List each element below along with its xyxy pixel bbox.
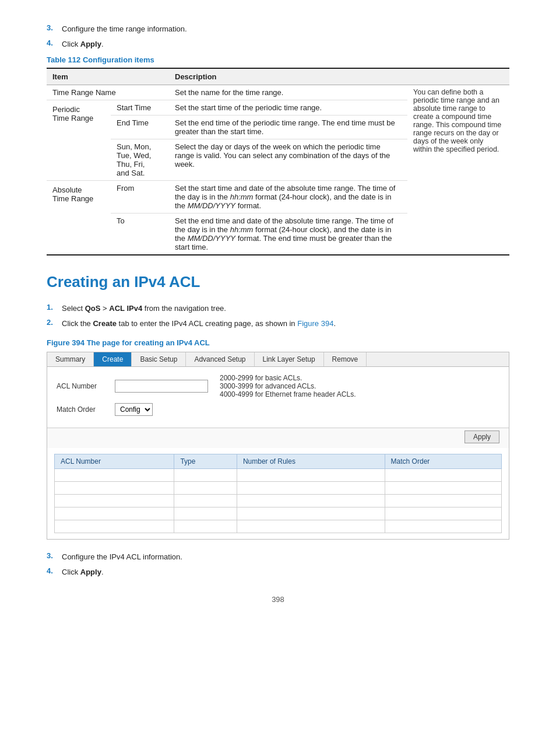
cell-item-time-range-name: Time Range Name [47, 85, 169, 100]
step-top-2: 4. Click Apply. [47, 38, 509, 50]
form-area: ACL Number 2000-2999 for basic ACLs. 300… [47, 367, 509, 428]
cell-sub-from: From [111, 181, 169, 214]
cell-sub-days: Sun, Mon,Tue, Wed,Thu, Fri,and Sat. [111, 139, 169, 181]
col-header-item2 [111, 68, 169, 85]
cell-sub-to: To [111, 214, 169, 256]
step-text-4a: Click Apply. [62, 38, 104, 50]
step-text-1: Select QoS > ACL IPv4 from the navigatio… [62, 303, 226, 314]
tab-summary[interactable]: Summary [47, 352, 94, 366]
ui-mockup-figure394: Summary Create Basic Setup Advanced Setu… [47, 352, 509, 540]
step-top-1: 3. Configure the time range information. [47, 23, 509, 35]
steps-top-list: 3. Configure the time range information.… [47, 23, 509, 50]
cell-desc-to: Set the end time and date of the absolut… [169, 214, 407, 256]
step-text-4b: Click Apply. [62, 566, 104, 578]
step-text-2: Click the Create tab to enter the IPv4 A… [62, 318, 336, 330]
figure-394-label: Figure 394 The page for creating an IPv4… [47, 338, 509, 347]
step-num-4b: 4. [47, 566, 57, 578]
match-order-select[interactable]: Config Auto [115, 403, 153, 416]
match-order-label: Match Order [57, 405, 109, 414]
acl-number-hint: 2000-2999 for basic ACLs. 3000-3999 for … [220, 374, 356, 398]
tab-create[interactable]: Create [94, 352, 132, 366]
cell-sub-start-time: Start Time [111, 100, 169, 116]
tab-bar: Summary Create Basic Setup Advanced Setu… [47, 352, 509, 367]
cell-desc-start-time: Set the start time of the periodic time … [169, 100, 407, 116]
form-row-match-order: Match Order Config Auto [57, 403, 499, 416]
col-header-item: Item [47, 68, 111, 85]
cell-periodic-label: PeriodicTime Range [47, 100, 111, 181]
tab-basic-setup[interactable]: Basic Setup [132, 352, 186, 366]
table-112-title: Table 112 Configuration items [47, 55, 509, 64]
acl-number-input[interactable] [115, 380, 208, 393]
table-row-empty-2 [55, 482, 502, 495]
results-col-acl-number: ACL Number [55, 454, 174, 469]
col-header-note [407, 68, 509, 85]
results-table-wrapper: ACL Number Type Number of Rules Match Or… [47, 448, 509, 539]
table-row-time-range-name: Time Range Name Set the name for the tim… [47, 85, 509, 100]
step-num-4a: 4. [47, 38, 57, 50]
step-bottom-3: 3. Configure the IPv4 ACL information. [47, 551, 509, 563]
step-bottom-4: 4. Click Apply. [47, 566, 509, 578]
apply-button[interactable]: Apply [464, 430, 499, 443]
table-row-empty-5 [55, 520, 502, 533]
tab-link-layer-setup[interactable]: Link Layer Setup [255, 352, 324, 366]
step-middle-1: 1. Select QoS > ACL IPv4 from the naviga… [47, 303, 509, 314]
results-col-match-order: Match Order [385, 454, 501, 469]
step-num-3b: 3. [47, 551, 57, 563]
cell-desc-from: Set the start time and date of the absol… [169, 181, 407, 214]
steps-bottom-list: 3. Configure the IPv4 ACL information. 4… [47, 551, 509, 578]
table-row-empty-4 [55, 508, 502, 520]
tab-remove[interactable]: Remove [324, 352, 367, 366]
form-row-acl-number: ACL Number 2000-2999 for basic ACLs. 300… [57, 374, 499, 398]
config-table-112: Item Description Time Range Name Set the… [47, 68, 509, 256]
apply-row: Apply [47, 428, 509, 448]
cell-sub-end-time: End Time [111, 116, 169, 139]
acl-number-label: ACL Number [57, 382, 109, 390]
results-col-number-of-rules: Number of Rules [237, 454, 385, 469]
cell-desc-end-time: Set the end time of the periodic time ra… [169, 116, 407, 139]
steps-middle-list: 1. Select QoS > ACL IPv4 from the naviga… [47, 303, 509, 329]
results-col-type: Type [174, 454, 237, 469]
tab-advanced-setup[interactable]: Advanced Setup [186, 352, 254, 366]
step-text-3b: Configure the IPv4 ACL information. [62, 551, 182, 563]
table-row-empty-3 [55, 495, 502, 508]
step-text-3: Configure the time range information. [62, 23, 187, 35]
cell-desc-days: Select the day or days of the week on wh… [169, 139, 407, 181]
page-number: 398 [47, 595, 509, 604]
cell-note: You can define both a periodic time rang… [407, 85, 509, 256]
section-heading-ipv4-acl: Creating an IPv4 ACL [47, 273, 509, 291]
results-table: ACL Number Type Number of Rules Match Or… [54, 454, 502, 533]
step-middle-2: 2. Click the Create tab to enter the IPv… [47, 318, 509, 330]
step-num-2: 2. [47, 318, 57, 330]
table-row-empty-1 [55, 469, 502, 482]
cell-desc-time-range-name: Set the name for the time range. [169, 85, 407, 100]
step-num-1: 1. [47, 303, 57, 314]
cell-absolute-label: AbsoluteTime Range [47, 181, 111, 256]
step-num-3: 3. [47, 23, 57, 35]
col-header-description: Description [169, 68, 407, 85]
